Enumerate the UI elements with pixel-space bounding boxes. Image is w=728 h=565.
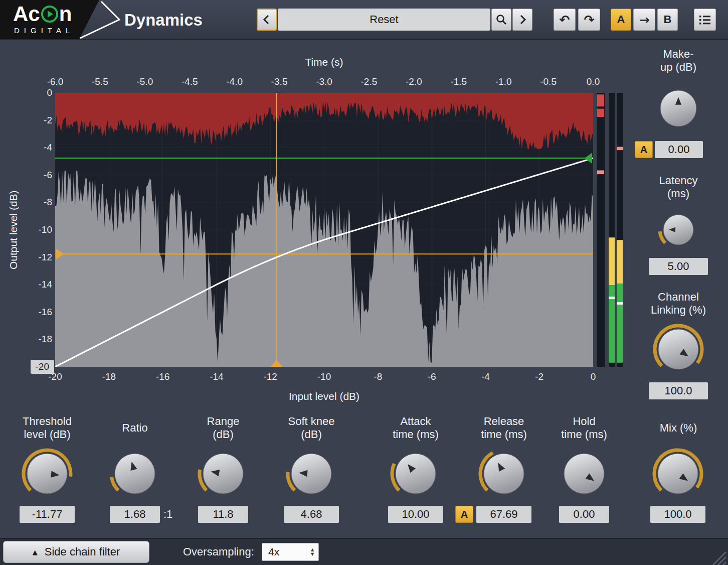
list-menu-icon: [698, 14, 711, 26]
gain-reduction-meter: [597, 93, 605, 367]
ratio-label: Ratio: [100, 414, 170, 442]
side-chain-filter-label: Side chain filter: [45, 545, 120, 558]
arrow-right-icon: →: [639, 13, 650, 27]
release-label: Releasetime (ms): [469, 414, 539, 442]
channel-linking-knob[interactable]: [652, 323, 704, 377]
ratio-value[interactable]: 1.68: [110, 506, 160, 523]
time-axis-ticks: -6.0-5.5-5.0-4.5-4.0-3.5-3.0-2.5-2.0-1.5…: [55, 76, 593, 89]
latency-knob[interactable]: [657, 209, 699, 253]
range-value[interactable]: 11.8: [198, 506, 248, 523]
threshold-knob[interactable]: [21, 448, 73, 502]
threshold-value[interactable]: -11.77: [20, 506, 75, 523]
mix-label: Mix (%): [638, 414, 718, 442]
soft-knee-value[interactable]: 4.68: [284, 506, 339, 523]
time-axis-title: Time (s): [55, 56, 593, 68]
level-meter-bars: [609, 93, 623, 367]
resize-grip[interactable]: [711, 550, 727, 565]
oversampling-value: 4x: [262, 546, 306, 558]
ab-a-button[interactable]: A: [611, 9, 631, 31]
brand-play-icon: [41, 6, 58, 23]
soft-knee-knob[interactable]: [285, 448, 337, 502]
range-label: Range(dB): [188, 414, 258, 442]
ab-b-button[interactable]: B: [657, 9, 678, 31]
attack-knob[interactable]: [390, 448, 442, 502]
makeup-value[interactable]: 0.00: [655, 141, 703, 158]
input-axis-title: Input level (dB): [55, 390, 593, 402]
makeup-label: Make-up (dB): [638, 47, 718, 74]
menu-button[interactable]: [694, 9, 716, 31]
ratio-knob[interactable]: [109, 448, 161, 502]
output-axis-title: Output level (dB): [6, 93, 21, 367]
header: Acn DIGITAL Dynamics Reset ↶ ↷ A → B: [0, 0, 728, 40]
hold-knob[interactable]: [558, 448, 610, 502]
search-icon: [495, 14, 507, 26]
mix-value[interactable]: 100.0: [650, 506, 705, 523]
preset-next-button[interactable]: [512, 9, 532, 31]
channel-linking-label: ChannelLinking (%): [638, 290, 718, 317]
ab-copy-button[interactable]: →: [633, 9, 655, 31]
dynamics-graph[interactable]: [55, 93, 593, 367]
latency-label: Latency(ms): [638, 174, 718, 201]
chevron-left-icon: [261, 14, 272, 26]
channel-linking-value[interactable]: 100.0: [649, 382, 708, 399]
undo-icon: ↶: [560, 13, 570, 27]
release-automation-button[interactable]: A: [455, 506, 473, 523]
hold-value[interactable]: 0.00: [559, 506, 609, 523]
ratio-suffix: :1: [163, 508, 172, 521]
preset-search-button[interactable]: [491, 9, 511, 31]
latency-value[interactable]: 5.00: [649, 258, 708, 275]
undo-button[interactable]: ↶: [554, 9, 576, 31]
range-knob[interactable]: [197, 448, 249, 502]
attack-value[interactable]: 10.00: [388, 506, 443, 523]
makeup-knob[interactable]: [654, 84, 702, 134]
collapse-arrow-icon: ▲: [33, 548, 38, 556]
oversampling-label: Oversampling:: [183, 541, 254, 563]
hold-label: Holdtime (ms): [549, 414, 619, 442]
soft-knee-label: Soft knee(dB): [276, 414, 346, 442]
preset-prev-button[interactable]: [257, 9, 277, 31]
page-title: Dynamics: [124, 11, 203, 30]
output-axis-ticks: 0-2-4-6-8-10-12-14-16-18-20: [20, 93, 52, 367]
release-value[interactable]: 67.69: [476, 506, 531, 523]
chevron-right-icon: [517, 14, 528, 26]
release-knob[interactable]: [478, 448, 530, 502]
side-chain-filter-button[interactable]: ▲ Side chain filter: [3, 541, 149, 563]
select-arrows-icon: ▲▼: [306, 543, 318, 560]
input-axis-ticks: -20-18-16-14-12-10-8-6-4-20: [55, 371, 593, 384]
redo-icon: ↷: [584, 13, 595, 27]
brand-name: Acn: [13, 1, 72, 27]
footer-bar: ▲ Side chain filter Oversampling: 4x ▲▼: [0, 538, 728, 565]
brand-subtitle: DIGITAL: [14, 26, 74, 35]
redo-button[interactable]: ↷: [578, 9, 600, 31]
mix-knob[interactable]: [652, 448, 704, 502]
makeup-automation-button[interactable]: A: [635, 141, 653, 158]
attack-label: Attacktime (ms): [381, 414, 451, 442]
threshold-label: Thresholdlevel (dB): [12, 414, 82, 442]
preset-name-field[interactable]: Reset: [278, 9, 490, 31]
oversampling-select[interactable]: 4x ▲▼: [262, 543, 319, 561]
